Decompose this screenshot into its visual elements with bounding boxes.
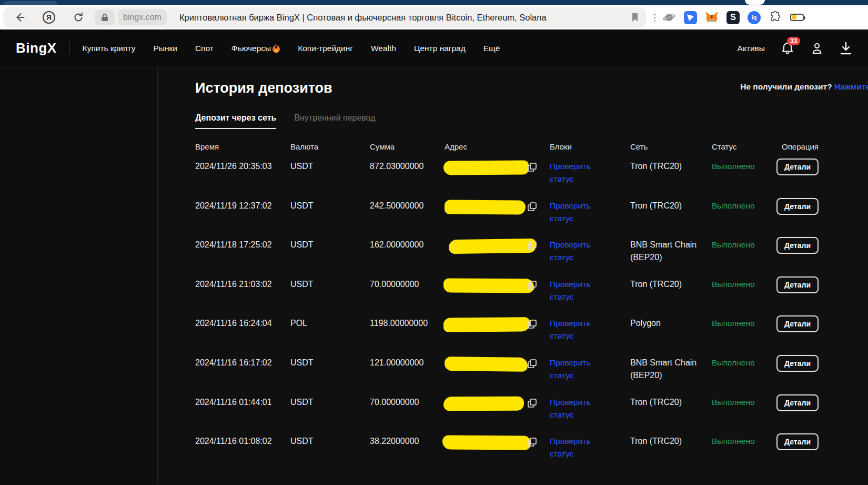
table-header-row: Время Валюта Сумма Адрес Блоки Сеть Стат… [195,137,819,155]
copy-address-icon[interactable] [528,241,537,250]
tronlink-extension-icon[interactable] [684,11,697,24]
details-button[interactable]: Детали [776,433,819,450]
cell-amount: 70.00000000 [370,396,445,409]
table-row: 2024/11/19 12:37:02 USDT 242.50000000 Пр… [195,195,819,234]
s-extension-icon[interactable]: S [726,11,740,24]
bingx-logo[interactable]: BingX [16,40,57,56]
tab-deposit-via-network[interactable]: Депозит через сеть [195,113,276,129]
address-redaction [449,239,536,254]
details-button[interactable]: Детали [776,198,819,215]
check-status-link[interactable]: Проверить статус [550,200,630,225]
nav-item-buy-crypto[interactable]: Купить крипту [83,44,136,53]
details-button[interactable]: Детали [776,315,819,332]
table-row: 2024/11/16 16:24:04 POL 1198.00000000 Пр… [195,312,819,352]
deposit-help-link[interactable]: Нажмите [834,82,868,91]
copy-address-icon[interactable] [528,163,537,172]
address-redaction [445,357,528,372]
cell-blocks: Проверить статус [550,435,630,460]
refresh-icon[interactable] [69,8,87,26]
browser-toolbar: Я bingx.com Криптовалютная биржа BingX |… [0,5,868,29]
download-app-icon[interactable] [840,42,852,55]
details-button[interactable]: Детали [776,159,819,175]
cell-currency: USDT [290,239,370,251]
content-area: История депозитов Не получили депозит? Н… [0,67,868,484]
bookmark-flag-icon[interactable] [631,13,639,22]
cell-blocks: Проверить статус [550,200,630,225]
check-status-link[interactable]: Проверить статус [550,435,630,460]
cell-amount: 872.03000000 [370,160,445,173]
cell-status: Выполнено [712,200,780,212]
back-icon[interactable] [11,8,28,26]
nav-item-futures[interactable]: Фьючерсы [231,44,280,53]
cell-amount: 1198.00000000 [370,317,445,330]
nav-item-copy-trading[interactable]: Копи-трейдинг [298,44,353,53]
url-chip[interactable]: bingx.com [118,9,167,25]
address-redaction [443,278,534,293]
tab-internal-transfer[interactable]: Внутренний перевод [294,113,375,129]
check-status-link[interactable]: Проверить статус [550,278,630,303]
cell-currency: USDT [290,435,370,448]
check-status-link[interactable]: Проверить статус [550,160,630,185]
check-status-link[interactable]: Проверить статус [550,239,630,264]
nav-item-more[interactable]: Ещё [483,44,500,53]
ssl-lock-icon[interactable] [95,9,115,25]
battery-icon[interactable] [790,11,804,24]
bingx-nav-bar: BingX Купить крипту Рынки Спот Фьючерсы … [0,29,868,67]
details-button[interactable]: Детали [776,276,819,293]
nav-item-markets[interactable]: Рынки [153,44,177,53]
details-button[interactable]: Детали [776,355,819,372]
copy-address-icon[interactable] [528,281,537,290]
cell-time: 2024/11/16 16:17:02 [195,357,290,369]
check-status-link[interactable]: Проверить статус [550,396,630,421]
status-completed: Выполнено [712,358,755,367]
nav-item-wealth[interactable]: Wealth [371,44,396,53]
address-redaction [442,435,531,450]
copy-address-icon[interactable] [528,320,537,329]
copy-address-icon[interactable] [528,359,537,368]
browser-menu-icon[interactable]: ⋮ [650,16,654,19]
cell-operation: Детали [780,317,819,332]
cell-blocks: Проверить статус [550,278,630,303]
nav-item-spot[interactable]: Спот [195,44,214,53]
cell-network: Tron (TRC20) [630,435,712,448]
table-row: 2024/11/18 17:25:02 USDT 162.00000000 Пр… [195,234,819,273]
browser-tab-notch [745,0,765,5]
details-button[interactable]: Детали [776,394,819,411]
assets-link[interactable]: Активы [738,44,765,53]
cell-time: 2024/11/19 12:37:02 [195,200,290,212]
left-side-panel [0,67,158,484]
browser-active-tab[interactable] [3,1,58,5]
cell-currency: USDT [290,160,370,173]
check-status-link[interactable]: Проверить статус [550,317,630,342]
nav-divider [69,42,70,55]
table-row: 2024/11/26 20:35:03 USDT 872.03000000 Пр… [195,155,819,195]
status-completed: Выполнено [712,240,755,249]
cell-time: 2024/11/26 20:35:03 [195,160,290,173]
metamask-extension-icon[interactable] [705,11,719,24]
copy-address-icon[interactable] [528,202,537,211]
nav-item-rewards[interactable]: Центр наград [414,44,466,53]
browser-page-title: Криптовалютная биржа BingX | Спотовая и … [179,13,631,23]
cell-operation: Детали [780,357,819,372]
cell-time: 2024/11/16 21:03:02 [195,278,290,291]
yandex-icon[interactable]: Я [40,8,58,26]
omnibox[interactable]: Я bingx.com Криптовалютная биржа BingX |… [3,7,646,28]
planet-extension-icon[interactable] [662,11,676,24]
history-tabs: Депозит через сеть Внутренний перевод [195,113,868,129]
table-body: 2024/11/26 20:35:03 USDT 872.03000000 Пр… [195,155,819,470]
copy-address-icon[interactable] [528,399,537,408]
browser-tab-strip [0,0,868,5]
cell-time: 2024/11/16 01:08:02 [195,435,290,448]
profile-icon[interactable] [810,42,824,55]
cell-status: Выполнено [712,278,780,291]
iq-extension-icon[interactable]: iq [748,11,761,24]
cell-currency: USDT [290,357,370,369]
notifications-bell-icon[interactable]: 33 [781,42,794,55]
extensions-puzzle-icon[interactable] [769,11,782,24]
cell-blocks: Проверить статус [550,239,630,264]
header-amount: Сумма [370,142,445,151]
cell-currency: USDT [290,396,370,409]
check-status-link[interactable]: Проверить статус [550,357,630,382]
copy-address-icon[interactable] [528,438,537,447]
details-button[interactable]: Детали [776,237,819,254]
